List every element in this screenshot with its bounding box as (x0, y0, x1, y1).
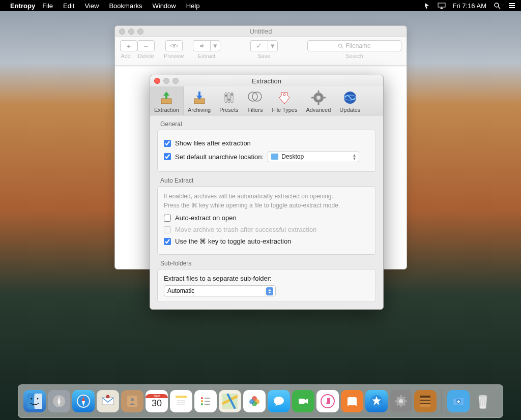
dock-calendar[interactable]: SEP30 (146, 390, 168, 412)
preferences-titlebar: Extraction (150, 75, 383, 86)
save-menu-button[interactable]: ▾ (268, 40, 278, 51)
auto-extract-on-open-checkbox[interactable] (164, 215, 171, 222)
tab-label: File Types (272, 107, 297, 113)
svg-point-37 (131, 398, 134, 401)
svg-rect-9 (161, 99, 171, 104)
tab-presets[interactable]: Presets (215, 86, 243, 115)
subfolders-label: Extract files to a separate sub-folder: (164, 275, 369, 282)
airplay-menu-icon[interactable] (438, 3, 446, 9)
section-auto-extract-title: Auto Extract (157, 177, 376, 184)
subfolders-value: Automatic (167, 287, 194, 294)
delete-button[interactable]: − (137, 40, 155, 51)
file-types-icon (276, 89, 293, 106)
show-files-checkbox[interactable] (164, 140, 171, 147)
dock-reminders[interactable] (194, 390, 217, 412)
dock-maps[interactable] (219, 390, 241, 412)
search-input[interactable]: Filename (307, 40, 401, 51)
svg-rect-55 (299, 399, 305, 404)
preferences-window: Extraction Extraction Archiving Presets … (150, 75, 384, 310)
spotlight-icon[interactable] (494, 2, 501, 9)
dock-downloads[interactable] (447, 390, 470, 412)
tab-advanced[interactable]: Advanced (302, 86, 335, 115)
save-button[interactable]: ✓ (250, 40, 268, 51)
dock-safari[interactable] (72, 390, 95, 412)
section-general-title: General (157, 121, 376, 128)
svg-point-44 (201, 400, 203, 402)
svg-point-1 (495, 3, 499, 7)
svg-rect-11 (225, 93, 227, 103)
menu-help[interactable]: Help (186, 2, 200, 10)
dock-photos[interactable] (243, 390, 266, 412)
chevron-updown-icon (266, 287, 273, 295)
tab-label: Archiving (188, 107, 211, 113)
dock-trash[interactable] (472, 390, 494, 412)
svg-point-30 (37, 398, 39, 400)
menubar: Entropy File Edit View Bookmarks Window … (0, 0, 521, 11)
svg-point-21 (316, 96, 321, 100)
menu-edit[interactable]: Edit (63, 2, 74, 10)
tab-archiving[interactable]: Archiving (184, 86, 215, 115)
subfolders-popup[interactable]: Automatic (164, 285, 276, 296)
tab-label: Advanced (306, 107, 331, 113)
delete-label: Delete (138, 53, 154, 59)
svg-line-64 (397, 397, 398, 398)
move-to-trash-label: Move archive to trash after successful e… (175, 226, 316, 233)
tab-file-types[interactable]: File Types (268, 86, 302, 115)
menubar-app-name[interactable]: Entropy (10, 2, 35, 10)
dock-finder[interactable] (23, 390, 46, 412)
preview-label: Preview (164, 53, 184, 59)
dock: SEP30 (18, 384, 503, 418)
dock-entropy[interactable] (414, 390, 437, 412)
menu-bookmarks[interactable]: Bookmarks (109, 2, 142, 10)
menu-list-icon[interactable] (508, 3, 516, 9)
dock-appstore[interactable] (365, 390, 388, 412)
dock-divider (442, 389, 442, 413)
dock-facetime[interactable] (292, 390, 314, 412)
menu-file[interactable]: File (42, 2, 53, 10)
svg-point-35 (106, 395, 109, 398)
dock-contacts[interactable] (121, 390, 143, 412)
archive-window-titlebar: Untitled (115, 26, 407, 37)
extract-menu-button[interactable]: ▾ (210, 40, 220, 51)
cmd-toggle-checkbox[interactable] (164, 238, 171, 245)
dock-launchpad[interactable] (48, 390, 70, 412)
menu-view[interactable]: View (84, 2, 99, 10)
dock-messages[interactable] (268, 390, 290, 412)
folder-icon (271, 154, 278, 160)
add-label: Add (121, 53, 131, 59)
cursor-menu-icon[interactable] (423, 2, 430, 9)
svg-line-8 (341, 47, 343, 48)
tab-extraction[interactable]: Extraction (150, 86, 184, 115)
svg-point-18 (252, 92, 262, 101)
unarchive-location-popup[interactable]: Desktop ▴▾ (268, 151, 359, 162)
section-subfolders-title: Sub-folders (157, 260, 376, 267)
save-label: Save (257, 53, 270, 59)
dock-mail[interactable] (97, 390, 119, 412)
tab-label: Updates (339, 107, 360, 113)
dock-itunes[interactable] (316, 390, 339, 412)
menu-window[interactable]: Window (152, 2, 176, 10)
svg-point-6 (173, 45, 175, 47)
dock-ibooks[interactable] (341, 390, 363, 412)
unarchive-location-value: Desktop (281, 153, 304, 160)
tab-filters[interactable]: Filters (243, 86, 268, 115)
svg-rect-71 (420, 403, 430, 404)
svg-point-59 (399, 399, 403, 403)
preview-button[interactable] (165, 40, 183, 51)
svg-point-15 (228, 99, 230, 101)
menubar-clock[interactable]: Fri 7:16 AM (453, 2, 486, 10)
tab-updates[interactable]: Updates (335, 86, 365, 115)
svg-line-66 (397, 404, 398, 405)
extract-button[interactable] (193, 40, 210, 51)
svg-rect-70 (420, 400, 430, 401)
set-default-location-label: Set default unarchive location: (175, 153, 264, 161)
dock-notes[interactable] (170, 390, 192, 412)
set-default-location-checkbox[interactable] (164, 153, 171, 160)
archiving-icon (191, 89, 208, 106)
section-subfolders: Extract files to a separate sub-folder: … (157, 269, 376, 302)
tab-label: Filters (247, 107, 263, 113)
section-auto-extract: If enabled, archives will be automatical… (157, 186, 376, 255)
add-button[interactable]: + (120, 40, 137, 51)
dock-system-preferences[interactable] (390, 390, 412, 412)
chevron-updown-icon: ▴▾ (353, 153, 356, 160)
